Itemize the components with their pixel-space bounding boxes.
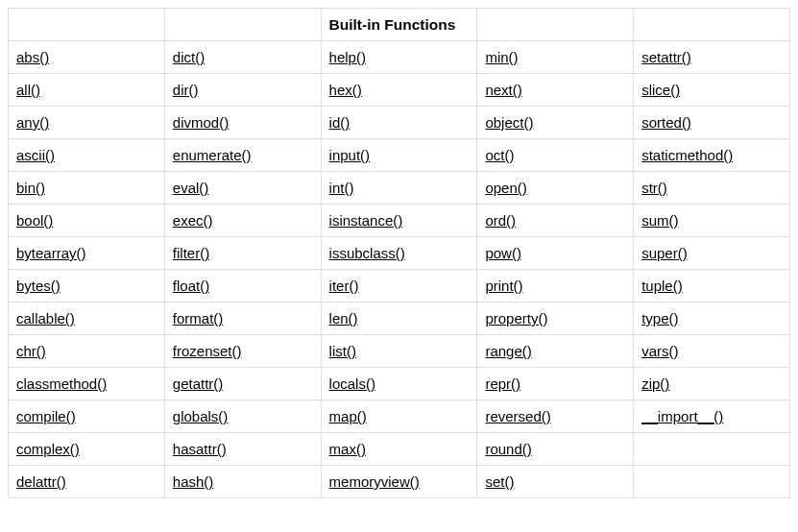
- table-cell: map(): [321, 400, 477, 433]
- function-link[interactable]: any(): [16, 114, 49, 131]
- function-link[interactable]: isinstance(): [329, 212, 403, 229]
- function-link[interactable]: hasattr(): [173, 441, 227, 457]
- table-cell: next(): [477, 74, 634, 107]
- table-row: bin()eval()int()open()str(): [9, 172, 790, 205]
- function-link[interactable]: classmethod(): [16, 375, 107, 392]
- function-link[interactable]: str(): [641, 180, 667, 196]
- table-cell: [634, 433, 790, 466]
- function-link[interactable]: ascii(): [16, 147, 55, 163]
- function-link[interactable]: globals(): [173, 408, 229, 424]
- function-link[interactable]: memoryview(): [329, 473, 420, 490]
- function-link[interactable]: format(): [173, 310, 224, 326]
- function-link[interactable]: slice(): [641, 82, 680, 98]
- function-link[interactable]: reversed(): [485, 408, 550, 424]
- table-cell: input(): [321, 139, 477, 172]
- function-link[interactable]: locals(): [329, 375, 375, 392]
- function-link[interactable]: super(): [641, 245, 688, 261]
- function-link[interactable]: compile(): [16, 408, 76, 424]
- table-cell: id(): [321, 107, 477, 139]
- table-cell: len(): [321, 302, 477, 335]
- function-link[interactable]: callable(): [16, 310, 75, 326]
- table-row: chr()frozenset()list()range()vars(): [9, 335, 790, 368]
- function-link[interactable]: eval(): [173, 180, 209, 196]
- function-link[interactable]: input(): [329, 147, 371, 163]
- table-cell: sum(): [634, 205, 790, 237]
- function-link[interactable]: property(): [485, 310, 547, 326]
- function-link[interactable]: open(): [485, 180, 526, 196]
- function-link[interactable]: bytes(): [16, 278, 60, 294]
- function-link[interactable]: chr(): [16, 343, 46, 359]
- function-link[interactable]: map(): [329, 408, 367, 424]
- function-link[interactable]: tuple(): [641, 278, 683, 294]
- function-link[interactable]: issubclass(): [329, 245, 405, 261]
- table-cell: property(): [477, 302, 634, 335]
- function-link[interactable]: sorted(): [641, 114, 691, 131]
- table-row: complex()hasattr()max()round(): [9, 433, 790, 466]
- function-link[interactable]: set(): [485, 473, 514, 490]
- function-link[interactable]: __import__(): [641, 408, 723, 424]
- header-cell: [164, 9, 321, 41]
- function-link[interactable]: getattr(): [173, 375, 224, 392]
- table-cell: eval(): [164, 172, 321, 205]
- table-cell: zip(): [634, 368, 790, 400]
- function-link[interactable]: iter(): [329, 278, 359, 294]
- function-link[interactable]: dir(): [173, 82, 199, 98]
- table-cell: print(): [477, 270, 634, 302]
- function-link[interactable]: len(): [329, 310, 358, 326]
- function-link[interactable]: dict(): [173, 49, 205, 65]
- table-cell: round(): [477, 433, 634, 466]
- table-cell: super(): [634, 237, 790, 270]
- function-link[interactable]: print(): [485, 278, 522, 294]
- function-link[interactable]: enumerate(): [173, 147, 252, 163]
- table-cell: any(): [9, 107, 165, 139]
- function-link[interactable]: bin(): [16, 180, 45, 196]
- table-cell: help(): [321, 41, 477, 74]
- function-link[interactable]: abs(): [16, 49, 49, 65]
- function-link[interactable]: frozenset(): [173, 343, 242, 359]
- function-link[interactable]: object(): [485, 114, 533, 131]
- table-cell: iter(): [321, 270, 477, 302]
- table-row: classmethod()getattr()locals()repr()zip(…: [9, 368, 790, 400]
- header-cell: [634, 9, 790, 41]
- function-link[interactable]: ord(): [485, 212, 516, 229]
- function-link[interactable]: type(): [641, 310, 678, 326]
- function-link[interactable]: next(): [485, 82, 521, 98]
- table-row: bool()exec()isinstance()ord()sum(): [9, 205, 790, 237]
- function-link[interactable]: vars(): [641, 343, 678, 359]
- table-cell: setattr(): [634, 41, 790, 74]
- function-link[interactable]: max(): [329, 441, 366, 457]
- table-row: delattr()hash()memoryview()set(): [9, 466, 790, 498]
- function-link[interactable]: round(): [485, 441, 531, 457]
- function-link[interactable]: hash(): [173, 473, 214, 490]
- function-link[interactable]: delattr(): [16, 473, 66, 490]
- table-cell: format(): [164, 302, 321, 335]
- table-cell: filter(): [164, 237, 321, 270]
- table-cell: bin(): [9, 172, 165, 205]
- function-link[interactable]: all(): [16, 82, 40, 98]
- function-link[interactable]: int(): [329, 180, 354, 196]
- table-cell: dir(): [164, 74, 321, 107]
- function-link[interactable]: id(): [329, 114, 351, 131]
- function-link[interactable]: pow(): [485, 245, 521, 261]
- table-cell: slice(): [634, 74, 790, 107]
- function-link[interactable]: complex(): [16, 441, 80, 457]
- function-link[interactable]: staticmethod(): [641, 147, 733, 163]
- function-link[interactable]: exec(): [173, 212, 213, 229]
- function-link[interactable]: divmod(): [173, 114, 229, 131]
- function-link[interactable]: hex(): [329, 82, 362, 98]
- function-link[interactable]: range(): [485, 343, 531, 359]
- function-link[interactable]: sum(): [641, 212, 678, 229]
- function-link[interactable]: zip(): [641, 375, 669, 392]
- table-cell: exec(): [164, 205, 321, 237]
- table-cell: int(): [321, 172, 477, 205]
- function-link[interactable]: help(): [329, 49, 366, 65]
- function-link[interactable]: bytearray(): [16, 245, 86, 261]
- function-link[interactable]: oct(): [485, 147, 514, 163]
- function-link[interactable]: list(): [329, 343, 356, 359]
- function-link[interactable]: filter(): [173, 245, 209, 261]
- function-link[interactable]: setattr(): [641, 49, 691, 65]
- function-link[interactable]: float(): [173, 278, 209, 294]
- function-link[interactable]: min(): [485, 49, 518, 65]
- function-link[interactable]: repr(): [485, 375, 520, 392]
- function-link[interactable]: bool(): [16, 212, 53, 229]
